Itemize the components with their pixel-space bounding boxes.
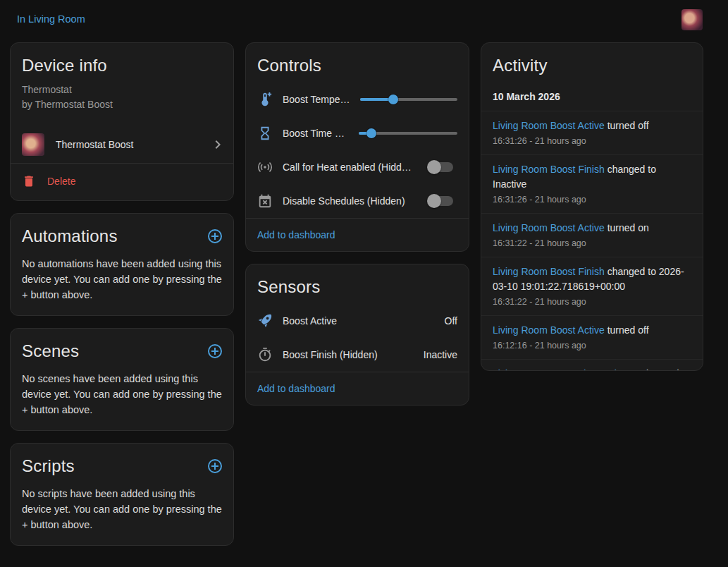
- delete-label: Delete: [47, 176, 75, 187]
- control-label: Call for Heat enabled (Hidd…: [283, 161, 412, 173]
- thermometer-plus-icon: [257, 92, 273, 107]
- log-action: turned on: [607, 222, 649, 233]
- rocket-launch-icon: [257, 313, 273, 329]
- boost-temperature-slider[interactable]: [360, 90, 457, 109]
- scripts-card: Scripts No scripts have been added using…: [10, 443, 234, 546]
- control-row-call-for-heat: Call for Heat enabled (Hidd…: [246, 150, 469, 184]
- boost-time-slider[interactable]: [359, 123, 457, 143]
- automations-card: Automations No automations have been add…: [10, 213, 234, 316]
- device-manufacturer: by Thermostat Boost: [22, 97, 222, 112]
- log-entry[interactable]: Living Room Boost Active turned off 16:1…: [481, 315, 703, 359]
- device-info-title: Device info: [11, 43, 233, 83]
- automations-empty-text: No automations have been added using thi…: [11, 253, 233, 315]
- log-entity-link[interactable]: Living Room Boost Time Selector: [493, 368, 638, 370]
- scenes-card: Scenes No scenes have been added using t…: [10, 328, 234, 431]
- device-info-card: Device info Thermostat by Thermostat Boo…: [10, 42, 234, 201]
- scripts-title: Scripts: [11, 444, 75, 483]
- log-action: turned off: [607, 120, 649, 131]
- add-scene-button[interactable]: [206, 343, 223, 360]
- sensor-value: Inactive: [424, 349, 457, 360]
- timer-sand-icon: [257, 126, 273, 141]
- left-column: Device info Thermostat by Thermostat Boo…: [10, 42, 234, 546]
- calendar-remove-icon: [257, 193, 273, 209]
- log-entry[interactable]: Living Room Boost Finish changed to Inac…: [481, 154, 703, 213]
- device-model: Thermostat: [22, 83, 222, 97]
- call-for-heat-toggle[interactable]: [429, 162, 453, 172]
- right-column: Activity 10 March 2026 Living Room Boost…: [481, 42, 703, 371]
- log-entry[interactable]: Living Room Boost Active turned off 16:3…: [481, 111, 703, 154]
- integration-row[interactable]: Thermostat Boost: [11, 126, 233, 163]
- slider-thumb[interactable]: [388, 94, 398, 104]
- timer-icon: [257, 347, 273, 362]
- log-entity-link[interactable]: Living Room Boost Active: [493, 324, 605, 336]
- control-label: Disable Schedules (Hidden): [283, 195, 405, 207]
- delete-device-button[interactable]: Delete: [11, 164, 233, 200]
- toggle-knob: [427, 160, 441, 174]
- chevron-right-icon: [209, 136, 226, 153]
- add-automation-button[interactable]: [206, 228, 223, 245]
- control-label: Boost Temper…: [283, 94, 350, 105]
- log-entry[interactable]: Living Room Boost Active turned on 16:31…: [481, 213, 703, 257]
- disable-schedules-toggle[interactable]: [429, 196, 453, 206]
- sensor-label: Boost Active: [283, 315, 337, 327]
- log-timestamp: 16:31:22 - 21 hours ago: [493, 238, 691, 248]
- log-entry[interactable]: Living Room Boost Time Selector changed: [481, 359, 703, 370]
- log-entity-link[interactable]: Living Room Boost Active: [493, 120, 605, 131]
- log-entity-link[interactable]: Living Room Boost Finish: [493, 266, 605, 277]
- scenes-title: Scenes: [11, 329, 79, 368]
- control-row-disable-schedules: Disable Schedules (Hidden): [246, 184, 469, 218]
- sensor-row-boost-active[interactable]: Boost Active Off: [246, 304, 469, 338]
- log-timestamp: 16:31:26 - 21 hours ago: [493, 136, 691, 146]
- sensors-add-to-dashboard-link[interactable]: Add to dashboard: [257, 383, 335, 394]
- activity-title: Activity: [481, 43, 703, 83]
- sensor-label: Boost Finish (Hidden): [283, 349, 378, 360]
- automations-title: Automations: [11, 214, 118, 253]
- sensors-card: Sensors Boost Active Off Boost Finish (H…: [245, 264, 469, 406]
- activity-scroll-area[interactable]: 10 March 2026 Living Room Boost Active t…: [481, 83, 703, 370]
- scripts-empty-text: No scripts have been added using this de…: [11, 483, 233, 545]
- user-avatar[interactable]: [681, 9, 703, 30]
- log-entity-link[interactable]: Living Room Boost Finish: [493, 164, 605, 175]
- middle-column: Controls Boost Temper… Boost Time S…: [245, 42, 469, 406]
- breadcrumb[interactable]: In Living Room: [17, 13, 85, 25]
- log-entry[interactable]: Living Room Boost Finish changed to 2026…: [481, 257, 703, 315]
- scenes-empty-text: No scenes have been added using this dev…: [11, 368, 233, 430]
- log-action: changed: [641, 368, 679, 370]
- control-row-boost-time: Boost Time S…: [246, 116, 469, 150]
- slider-thumb[interactable]: [366, 128, 376, 138]
- log-entity-link[interactable]: Living Room Boost Active: [493, 222, 605, 233]
- log-action: turned off: [607, 324, 649, 336]
- toggle-knob: [427, 194, 441, 208]
- log-timestamp: 16:31:22 - 21 hours ago: [493, 297, 691, 307]
- integration-logo-image: [22, 133, 44, 156]
- control-label: Boost Time S…: [283, 128, 349, 139]
- controls-card: Controls Boost Temper… Boost Time S…: [245, 42, 469, 252]
- controls-title: Controls: [246, 43, 469, 83]
- sensors-title: Sensors: [246, 264, 469, 304]
- integration-name: Thermostat Boost: [56, 139, 134, 150]
- log-timestamp: 16:12:16 - 21 hours ago: [493, 341, 691, 350]
- activity-date-header: 10 March 2026: [481, 83, 703, 111]
- control-row-boost-temperature: Boost Temper…: [246, 83, 469, 116]
- activity-card: Activity 10 March 2026 Living Room Boost…: [481, 42, 703, 371]
- sensor-row-boost-finish[interactable]: Boost Finish (Hidden) Inactive: [246, 338, 469, 372]
- log-timestamp: 16:31:26 - 21 hours ago: [493, 195, 691, 205]
- controls-add-to-dashboard-link[interactable]: Add to dashboard: [257, 229, 335, 240]
- trash-icon: [22, 174, 36, 188]
- add-script-button[interactable]: [206, 458, 223, 475]
- sensor-value: Off: [445, 315, 457, 327]
- radar-icon: [257, 159, 273, 175]
